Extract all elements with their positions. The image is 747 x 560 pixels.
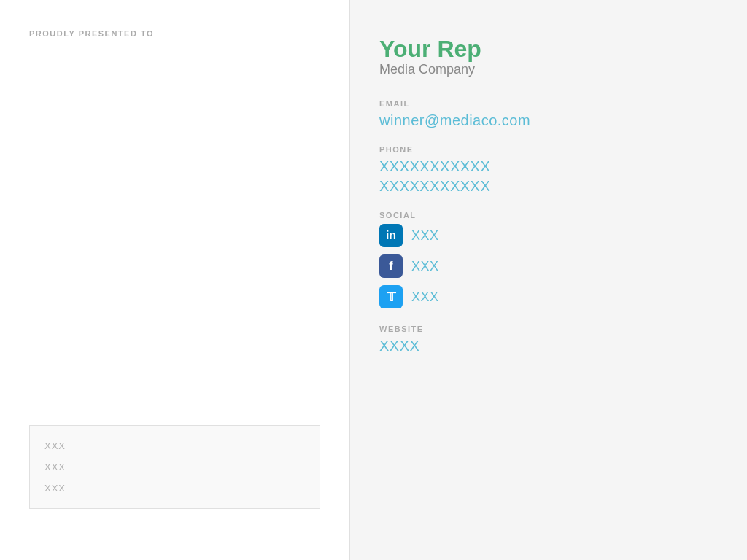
social-row-facebook[interactable]: f XXX (379, 254, 718, 278)
email-value[interactable]: winner@mediaco.com (379, 112, 718, 129)
website-label: WEBSITE (379, 324, 718, 333)
linkedin-icon: in (379, 224, 403, 247)
left-content-area (29, 52, 320, 425)
phone-label: PHONE (379, 145, 718, 154)
rep-name: Your Rep (379, 36, 718, 62)
twitter-handle: XXX (411, 289, 439, 305)
box-item-3: XXX (44, 483, 305, 494)
social-row-linkedin[interactable]: in XXX (379, 224, 718, 247)
bottom-box: XXX XXX XXX (29, 425, 320, 509)
social-label: SOCIAL (379, 211, 718, 219)
phone-line2: XXXXXXXXXXX (379, 178, 718, 195)
phone-line1: XXXXXXXXXXX (379, 158, 718, 175)
left-panel: PROUDLY PRESENTED TO XXX XXX XXX (0, 0, 350, 560)
website-value[interactable]: XXXX (379, 338, 718, 354)
proudly-label: PROUDLY PRESENTED TO (29, 29, 320, 38)
facebook-handle: XXX (411, 259, 439, 274)
social-section: SOCIAL in XXX f XXX 𝕋 XXX (379, 211, 718, 308)
right-panel: Your Rep Media Company EMAIL winner@medi… (350, 0, 747, 560)
box-item-1: XXX (44, 440, 305, 451)
facebook-icon: f (379, 254, 403, 278)
linkedin-handle: XXX (411, 228, 439, 244)
social-row-twitter[interactable]: 𝕋 XXX (379, 285, 718, 308)
email-section: EMAIL winner@mediaco.com (379, 99, 718, 129)
box-item-2: XXX (44, 462, 305, 472)
email-label: EMAIL (379, 99, 718, 108)
twitter-icon: 𝕋 (379, 285, 403, 308)
website-section: WEBSITE XXXX (379, 324, 718, 354)
phone-section: PHONE XXXXXXXXXXX XXXXXXXXXXX (379, 145, 718, 195)
company-name: Media Company (379, 62, 718, 77)
